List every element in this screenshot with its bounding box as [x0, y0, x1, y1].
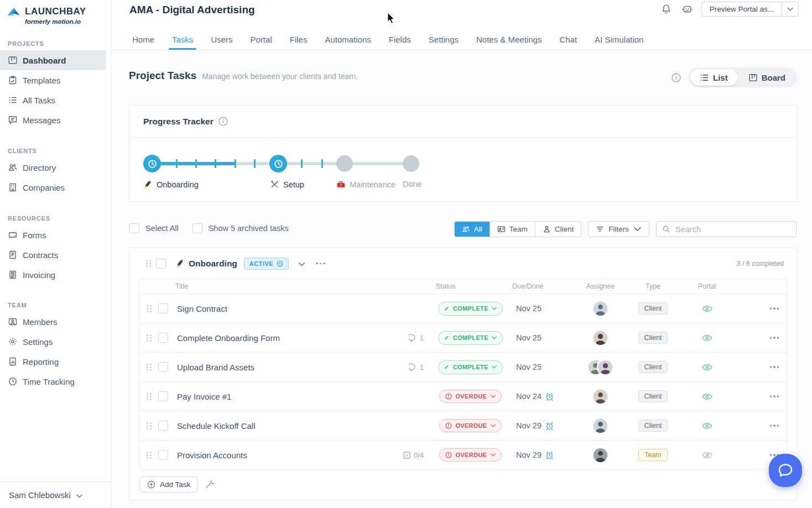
info-icon[interactable]: [672, 73, 681, 82]
select-all-checkbox[interactable]: [129, 223, 139, 233]
comment-count[interactable]: 1: [409, 334, 424, 342]
tab-fields[interactable]: Fields: [380, 29, 420, 50]
sidebar-item-time-tracking[interactable]: Time Tracking: [0, 371, 111, 391]
list-view-button[interactable]: List: [690, 69, 738, 86]
sidebar-item-dashboard[interactable]: Dashboard: [0, 50, 106, 70]
portal-visible-icon[interactable]: [702, 364, 712, 371]
sidebar-item-companies[interactable]: Companies: [0, 177, 111, 197]
avatar[interactable]: [593, 301, 608, 316]
task-title[interactable]: Complete Onboarding Form: [177, 333, 280, 343]
row-more-button[interactable]: [770, 337, 779, 339]
filter-team-button[interactable]: Team: [490, 222, 535, 237]
avatar[interactable]: [593, 389, 608, 404]
subtask-count[interactable]: 0/4: [403, 451, 424, 459]
task-checkbox[interactable]: [158, 421, 168, 431]
avatar[interactable]: [593, 448, 608, 463]
due-date[interactable]: Nov 29: [516, 421, 542, 430]
stage-node-onboarding[interactable]: [143, 155, 161, 172]
magic-wand-icon[interactable]: [205, 480, 215, 490]
row-more-button[interactable]: [770, 425, 779, 427]
portal-visible-icon[interactable]: [702, 393, 712, 400]
search-input[interactable]: [675, 225, 790, 234]
task-checkbox[interactable]: [158, 450, 168, 460]
sidebar-item-contracts[interactable]: Contracts: [0, 245, 111, 265]
filter-client-button[interactable]: Client: [535, 222, 581, 237]
drag-handle[interactable]: [147, 452, 152, 459]
add-task-button[interactable]: Add Task: [139, 476, 198, 493]
avatar[interactable]: [593, 418, 608, 433]
sidebar-item-invoicing[interactable]: Invoicing: [0, 265, 111, 285]
stage-node-setup[interactable]: [269, 155, 287, 172]
comment-count[interactable]: 1: [409, 363, 424, 371]
show-archived-checkbox[interactable]: [192, 223, 202, 233]
due-date[interactable]: Nov 25: [516, 363, 542, 371]
collapse-group-button[interactable]: [298, 259, 305, 269]
tab-settings[interactable]: Settings: [420, 29, 467, 50]
portal-visible-icon[interactable]: [702, 422, 712, 430]
avatar[interactable]: [598, 360, 613, 375]
tab-portal[interactable]: Portal: [242, 29, 281, 50]
drag-handle[interactable]: [147, 422, 152, 430]
task-checkbox[interactable]: [158, 333, 168, 343]
due-date[interactable]: Nov 25: [516, 304, 542, 313]
sidebar-item-settings[interactable]: Settings: [0, 332, 111, 352]
drag-handle[interactable]: [147, 364, 152, 371]
tab-notes-meetings[interactable]: Notes & Meetings: [467, 29, 550, 50]
due-date[interactable]: Nov 24: [516, 392, 542, 401]
portal-hidden-icon[interactable]: [702, 452, 712, 459]
user-menu[interactable]: Sam Chlebowski: [0, 481, 111, 508]
group-status-badge[interactable]: ACTIVE: [244, 258, 289, 270]
drag-handle[interactable]: [147, 334, 152, 342]
tab-home[interactable]: Home: [123, 29, 163, 50]
due-date[interactable]: Nov 29: [516, 451, 542, 459]
group-more-button[interactable]: [316, 263, 325, 265]
sidebar-item-all-tasks[interactable]: All Tasks: [0, 90, 111, 110]
sidebar-item-members[interactable]: Members: [0, 312, 111, 332]
tab-files[interactable]: Files: [281, 29, 316, 50]
tab-users[interactable]: Users: [202, 29, 241, 50]
reminder-alarm-icon[interactable]: [545, 451, 554, 459]
group-checkbox[interactable]: [156, 259, 166, 269]
stage-node-maintenance[interactable]: [336, 155, 353, 172]
due-date[interactable]: Nov 25: [516, 333, 542, 342]
chevron-down-icon[interactable]: [782, 2, 798, 16]
board-view-button[interactable]: Board: [739, 69, 795, 86]
task-title[interactable]: Pay Invoice #1: [177, 392, 231, 401]
task-title[interactable]: Upload Brand Assets: [177, 363, 254, 372]
row-more-button[interactable]: [770, 366, 779, 368]
sidebar-item-templates[interactable]: Templates: [0, 70, 111, 90]
status-pill[interactable]: OVERDUE: [439, 419, 501, 432]
tab-ai-simulation[interactable]: AI Simulation: [586, 29, 652, 50]
task-title[interactable]: Schedule Kickoff Call: [177, 421, 255, 431]
row-more-button[interactable]: [770, 395, 779, 397]
status-pill[interactable]: OVERDUE: [439, 390, 501, 403]
drag-handle[interactable]: [147, 393, 152, 400]
status-pill[interactable]: ✓COMPLETE: [438, 331, 503, 345]
status-pill[interactable]: ✓COMPLETE: [438, 360, 503, 374]
portal-visible-icon[interactable]: [702, 334, 712, 342]
reminder-alarm-icon[interactable]: [545, 422, 554, 430]
tab-tasks[interactable]: Tasks: [163, 29, 202, 50]
task-checkbox[interactable]: [158, 362, 168, 372]
preview-portal-button[interactable]: Preview Portal as...: [701, 2, 799, 17]
task-checkbox[interactable]: [158, 303, 168, 313]
stage-node-done[interactable]: [403, 155, 419, 172]
sidebar-item-reporting[interactable]: Reporting: [0, 352, 111, 371]
drag-handle[interactable]: [146, 260, 151, 267]
status-pill[interactable]: OVERDUE: [439, 448, 501, 462]
sidebar-item-forms[interactable]: Forms: [0, 225, 111, 245]
status-pill[interactable]: ✓COMPLETE: [438, 302, 503, 316]
row-more-button[interactable]: [770, 307, 779, 310]
reminder-alarm-icon[interactable]: [545, 392, 554, 401]
portal-visible-icon[interactable]: [702, 305, 712, 312]
tab-automations[interactable]: Automations: [316, 29, 379, 50]
drag-handle[interactable]: [147, 305, 152, 312]
brand-logo[interactable]: LAUNCHBAY formerly motion.io: [0, 0, 111, 25]
task-title[interactable]: Sign Contract: [177, 304, 227, 313]
info-icon[interactable]: [218, 117, 228, 126]
sidebar-item-directory[interactable]: Directory: [0, 158, 111, 177]
filters-button[interactable]: Filters: [588, 221, 649, 237]
filter-all-button[interactable]: All: [455, 222, 490, 237]
chat-widget-button[interactable]: [769, 454, 802, 487]
task-checkbox[interactable]: [158, 391, 168, 401]
